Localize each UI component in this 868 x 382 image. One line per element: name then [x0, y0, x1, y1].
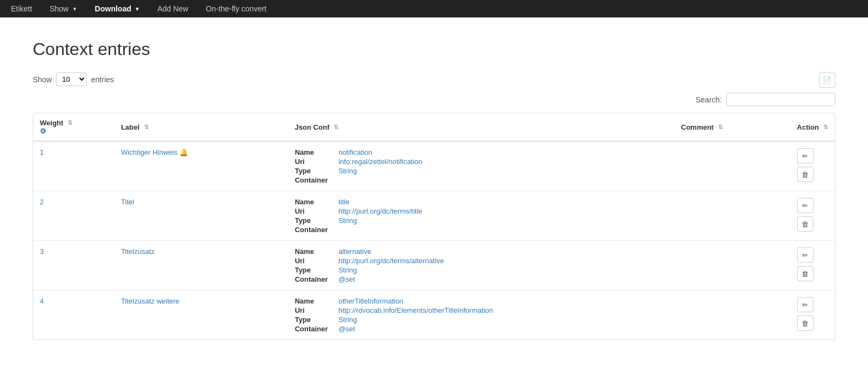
action-buttons: ✏ 🗑 [797, 297, 828, 331]
col-label: Label ⇅ [114, 113, 288, 141]
sort-icon[interactable]: ⇅ [68, 119, 73, 126]
label-link[interactable]: Wichtiger Hinweis [121, 148, 177, 156]
json-name-key: Name [295, 247, 339, 256]
delete-button[interactable]: 🗑 [797, 216, 813, 232]
json-type-key: Type [295, 266, 339, 274]
trash-icon: 🗑 [801, 171, 809, 179]
weight-cell: 2 [33, 191, 114, 241]
entries-text: entries [91, 75, 114, 84]
weight-cell: 4 [33, 290, 114, 340]
json-uri-key: Uri [295, 306, 339, 314]
col-comment: Comment ⇅ [674, 113, 791, 141]
json-container-key: Container [295, 226, 339, 234]
action-buttons: ✏ 🗑 [797, 148, 828, 182]
trash-icon: 🗑 [801, 319, 809, 328]
weight-link[interactable]: 1 [40, 148, 44, 156]
weight-link[interactable]: 3 [40, 247, 44, 256]
edit-button[interactable]: ✏ [797, 198, 813, 213]
json-uri-val: http://rdvocab.info/Elements/otherTitleI… [339, 306, 668, 314]
sort-icon[interactable]: ⇅ [718, 124, 723, 131]
pencil-icon: ✏ [802, 301, 808, 309]
json-name-val: notification [339, 148, 668, 156]
top-controls: Show 10 25 50 100 entries 📄 [33, 72, 835, 90]
edit-button[interactable]: ✏ [797, 297, 813, 312]
pencil-icon: ✏ [802, 202, 808, 210]
json-container-key: Container [295, 176, 339, 184]
json-uri-key: Uri [295, 257, 339, 265]
json-conf-cell: Name notification Uri info:regal/zettel/… [288, 141, 674, 191]
navbar-show[interactable]: Show ▼ [47, 0, 80, 17]
json-type-key: Type [295, 316, 339, 324]
sort-icon[interactable]: ⇅ [823, 124, 828, 131]
chevron-down-icon: ▼ [72, 6, 77, 12]
json-container-val: @set [339, 325, 668, 333]
json-uri-key: Uri [295, 207, 339, 215]
label-link[interactable]: Titelzusatz weitere [121, 297, 179, 305]
json-type-val: String [339, 266, 668, 274]
json-uri-val: info:regal/zettel/notification [339, 157, 668, 166]
trash-icon: 🗑 [801, 270, 809, 278]
comment-cell [674, 290, 791, 340]
table-header-row: Weight ⇅ ⚙ Label ⇅ [33, 113, 835, 141]
delete-button[interactable]: 🗑 [797, 167, 813, 182]
page-title: Context entries [33, 39, 835, 59]
json-uri-val: http://purl.org/dc/terms/alternative [339, 257, 668, 265]
label-cell: Wichtiger Hinweis 🔔 [114, 141, 288, 191]
json-conf-cell: Name otherTitleInformation Uri http://rd… [288, 290, 674, 340]
label-cell: Titelzusatz [114, 241, 288, 290]
delete-button[interactable]: 🗑 [797, 316, 813, 331]
action-cell: ✏ 🗑 [791, 241, 835, 290]
sort-icon[interactable]: ⇅ [144, 124, 149, 131]
table-row: 2 Titel Name title Uri http://purl.org/d… [33, 191, 835, 241]
navbar: Etikett Show ▼ Download ▼ Add New On-the… [0, 0, 868, 17]
json-container-key: Container [295, 275, 339, 283]
json-name-val: title [339, 198, 668, 206]
json-name-key: Name [295, 297, 339, 305]
show-entries-row: Show 10 25 50 100 entries [33, 72, 114, 86]
top-right-controls: 📄 [819, 72, 835, 88]
json-name-key: Name [295, 198, 339, 206]
table-row: 4 Titelzusatz weitere Name otherTitleInf… [33, 290, 835, 340]
action-cell: ✏ 🗑 [791, 290, 835, 340]
main-content: Context entries Show 10 25 50 100 entrie… [0, 17, 868, 382]
navbar-download[interactable]: Download ▼ [93, 0, 142, 17]
chevron-down-icon: ▼ [135, 6, 140, 12]
json-name-val: otherTitleInformation [339, 297, 668, 305]
search-label: Search: [696, 95, 722, 104]
action-buttons: ✏ 🗑 [797, 198, 828, 232]
col-action: Action ⇅ [791, 113, 835, 141]
edit-button[interactable]: ✏ [797, 247, 813, 263]
search-input[interactable] [726, 93, 835, 106]
json-conf-cell: Name title Uri http://purl.org/dc/terms/… [288, 191, 674, 241]
navbar-add-new[interactable]: Add New [155, 0, 191, 17]
weight-cell: 1 [33, 141, 114, 191]
action-buttons: ✏ 🗑 [797, 247, 828, 281]
weight-cell: 3 [33, 241, 114, 290]
comment-cell [674, 191, 791, 241]
weight-link[interactable]: 4 [40, 297, 44, 305]
json-type-val: String [339, 167, 668, 175]
delete-button[interactable]: 🗑 [797, 266, 813, 281]
json-name-val: alternative [339, 247, 668, 256]
entries-select[interactable]: 10 25 50 100 [56, 72, 87, 86]
bell-icon: 🔔 [179, 148, 188, 156]
pencil-icon: ✏ [802, 152, 808, 160]
json-uri-val: http://purl.org/dc/terms/title [339, 207, 668, 215]
label-link[interactable]: Titel [121, 198, 134, 206]
trash-icon: 🗑 [801, 220, 809, 228]
json-uri-key: Uri [295, 157, 339, 166]
navbar-on-the-fly[interactable]: On-the-fly convert [203, 0, 268, 17]
gear-icon[interactable]: ⚙ [40, 127, 46, 135]
json-type-val: String [339, 216, 668, 225]
json-type-key: Type [295, 216, 339, 225]
doc-button[interactable]: 📄 [819, 72, 835, 88]
edit-button[interactable]: ✏ [797, 148, 813, 163]
sort-icon[interactable]: ⇅ [334, 124, 339, 131]
json-container-key: Container [295, 325, 339, 333]
label-link[interactable]: Titelzusatz [121, 247, 155, 256]
navbar-brand[interactable]: Etikett [9, 0, 34, 17]
col-weight: Weight ⇅ ⚙ [33, 113, 114, 141]
weight-link[interactable]: 2 [40, 198, 44, 206]
context-entries-table: Weight ⇅ ⚙ Label ⇅ [33, 113, 835, 340]
label-cell: Titel [114, 191, 288, 241]
